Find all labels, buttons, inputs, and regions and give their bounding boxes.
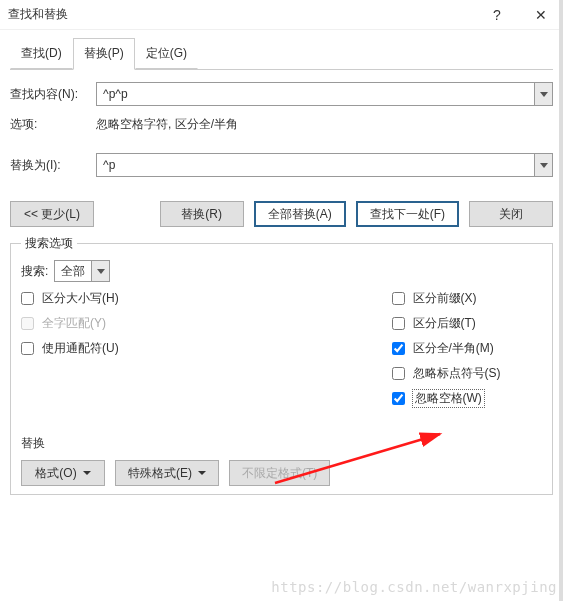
tab-strip: 查找(D) 替换(P) 定位(G) — [10, 38, 553, 70]
search-direction-dropdown-icon[interactable] — [91, 261, 109, 281]
use-wildcards-checkbox[interactable]: 使用通配符(U) — [21, 340, 172, 357]
replace-all-button[interactable]: 全部替换(A) — [254, 201, 346, 227]
match-width-checkbox[interactable]: 区分全/半角(M) — [392, 340, 494, 357]
help-button[interactable]: ? — [475, 0, 519, 30]
less-button[interactable]: << 更少(L) — [10, 201, 94, 227]
options-text: 忽略空格字符, 区分全/半角 — [96, 116, 238, 133]
find-content-value: ^p^p — [97, 87, 534, 101]
replace-with-label: 替换为(I): — [10, 157, 96, 174]
ignore-punct-checkbox[interactable]: 忽略标点符号(S) — [392, 365, 501, 382]
search-direction-label: 搜索: — [21, 263, 48, 280]
replace-with-input[interactable]: ^p — [96, 153, 553, 177]
format-button[interactable]: 格式(O) — [21, 460, 105, 486]
button-row: << 更少(L) 替换(R) 全部替换(A) 查找下一处(F) 关闭 — [10, 201, 553, 227]
search-options-legend: 搜索选项 — [21, 235, 77, 252]
options-label: 选项: — [10, 116, 96, 133]
annotation-arrow-icon — [270, 420, 450, 490]
svg-line-0 — [275, 434, 440, 483]
replace-with-value: ^p — [97, 158, 534, 172]
close-window-button[interactable]: ✕ — [519, 0, 563, 30]
find-dropdown-icon[interactable] — [534, 83, 552, 105]
find-content-label: 查找内容(N): — [10, 86, 96, 103]
search-direction-select[interactable]: 全部 — [54, 260, 110, 282]
match-suffix-checkbox[interactable]: 区分后缀(T) — [392, 315, 476, 332]
find-content-input[interactable]: ^p^p — [96, 82, 553, 106]
whole-word-checkbox: 全字匹配(Y) — [21, 315, 172, 332]
search-direction-value: 全部 — [55, 263, 91, 280]
find-next-button[interactable]: 查找下一处(F) — [356, 201, 459, 227]
match-prefix-checkbox[interactable]: 区分前缀(X) — [392, 290, 477, 307]
titlebar: 查找和替换 ? ✕ — [0, 0, 563, 30]
replace-button[interactable]: 替换(R) — [160, 201, 244, 227]
match-case-checkbox[interactable]: 区分大小写(H) — [21, 290, 172, 307]
watermark: https://blog.csdn.net/wanrxpjing — [271, 579, 557, 595]
window-title: 查找和替换 — [8, 6, 475, 23]
tab-replace[interactable]: 替换(P) — [73, 38, 135, 70]
tab-goto[interactable]: 定位(G) — [135, 38, 198, 69]
replace-dropdown-icon[interactable] — [534, 154, 552, 176]
tab-find[interactable]: 查找(D) — [10, 38, 73, 69]
ignore-space-checkbox[interactable]: 忽略空格(W) — [392, 390, 484, 407]
special-format-button[interactable]: 特殊格式(E) — [115, 460, 219, 486]
right-edge — [559, 0, 563, 601]
close-button[interactable]: 关闭 — [469, 201, 553, 227]
